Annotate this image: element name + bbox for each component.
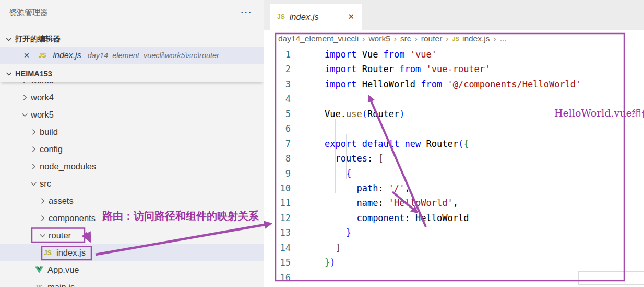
code-token: ,	[405, 183, 410, 193]
breadcrumb-item-work5[interactable]: work5	[368, 34, 390, 43]
code-line-8[interactable]: routes: [	[325, 151, 581, 166]
vscode-window: 资源管理器 ⋯ 打开的编辑器 ✕ JS index.js day14_eleme…	[0, 0, 644, 287]
code-token: Vue	[362, 49, 384, 60]
code-token: 'vue'	[410, 49, 437, 60]
breadcrumb-item--[interactable]: ...	[500, 34, 507, 43]
code-line-6[interactable]	[325, 121, 581, 136]
tree-item-label: router	[49, 231, 71, 240]
code-token: from	[384, 49, 410, 60]
tree-item-node-modules[interactable]: node_modules	[0, 158, 264, 175]
code-token: '/'	[389, 183, 405, 193]
code-token: )	[399, 109, 404, 119]
code-line-3[interactable]: import HelloWorld from '@/components/Hel…	[325, 77, 581, 91]
code-token	[325, 213, 356, 223]
close-icon[interactable]: ✕	[23, 51, 30, 60]
chevron-right-icon	[38, 197, 49, 205]
code-token: path	[356, 183, 378, 193]
tree-item-label: build	[40, 127, 58, 137]
code-token: Router	[367, 109, 399, 119]
tree-item-components[interactable]: components	[0, 210, 264, 227]
breadcrumb-item-src[interactable]: src	[400, 34, 411, 43]
code-line-14[interactable]: ]	[325, 240, 581, 255]
tree-item-main-js[interactable]: JSmain.js	[0, 279, 264, 287]
chevron-right-icon	[20, 93, 31, 102]
code-token: use	[346, 109, 362, 119]
line-number: 8	[264, 151, 291, 166]
tree-item-label: assets	[49, 196, 74, 206]
breadcrumb-item-index-js[interactable]: index.js	[462, 34, 490, 43]
tree-item-work4[interactable]: work4	[0, 89, 264, 106]
code-area[interactable]: import Vue from 'vue'import Router from …	[325, 47, 581, 285]
line-number: 13	[264, 225, 291, 240]
js-file-icon: JS	[452, 36, 459, 42]
code-token: ,	[453, 198, 458, 208]
code-line-4[interactable]	[325, 91, 581, 106]
breadcrumb-separator-icon: ›	[362, 34, 365, 43]
tree-item-label: node_modules	[40, 162, 96, 171]
line-number: 9	[264, 166, 291, 181]
code-token	[325, 153, 335, 164]
tree-item-config[interactable]: config	[0, 141, 264, 158]
chevron-down-icon	[29, 179, 40, 188]
tab-close-icon[interactable]: ✕	[348, 12, 354, 21]
code-line-2[interactable]: import Router from 'vue-router'	[325, 62, 581, 76]
open-editors-label: 打开的编辑器	[15, 34, 61, 44]
tab-indexjs[interactable]: JS index.js ✕	[270, 4, 362, 30]
code-line-12[interactable]: component: HelloWorld	[325, 211, 581, 225]
tree-item-assets[interactable]: assets	[0, 192, 264, 210]
line-number: 11	[264, 196, 291, 210]
code-token: (	[458, 139, 463, 149]
tree-item-src[interactable]: src	[0, 175, 264, 192]
open-editors-section-header[interactable]: 打开的编辑器	[0, 31, 264, 47]
tree-item-build[interactable]: build	[0, 123, 264, 141]
workspace-label: HEIMA153	[15, 70, 52, 78]
tree-item-label: components	[49, 213, 96, 223]
code-token: new	[405, 139, 426, 149]
code-line-9[interactable]: {	[325, 166, 581, 181]
code-indent-guide	[346, 134, 347, 179]
code-line-10[interactable]: path: '/',	[325, 181, 581, 196]
code-token	[325, 198, 356, 208]
code-line-11[interactable]: name: 'HelloWorld',	[325, 196, 581, 210]
code-line-16[interactable]	[325, 270, 581, 285]
code-token: ]	[335, 243, 340, 253]
workspace-section-header[interactable]: HEIMA153	[0, 65, 264, 82]
more-actions-icon[interactable]: ⋯	[240, 5, 252, 19]
code-token: 'vue-router'	[426, 64, 491, 74]
code-token: }	[346, 227, 351, 238]
line-number: 12	[264, 211, 291, 225]
code-token: name	[356, 198, 378, 208]
open-editor-item-indexjs[interactable]: ✕ JS index.js day14_element_vuecli\work5…	[0, 47, 264, 64]
code-token: routes	[335, 153, 367, 164]
code-token	[325, 183, 356, 193]
tree-item-router[interactable]: router	[0, 227, 264, 244]
breadcrumb: day14_element_vuecli›work5›src›router›JS…	[264, 30, 644, 47]
chevron-down-icon	[20, 110, 31, 119]
breadcrumb-item-day14-element-vuecli[interactable]: day14_element_vuecli	[278, 34, 359, 43]
line-number: 14	[264, 240, 291, 255]
chevron-down-icon	[5, 70, 13, 78]
js-file-icon: JS	[44, 249, 56, 257]
tree-item-index-js[interactable]: JSindex.js	[0, 244, 264, 261]
breadcrumb-item-router[interactable]: router	[421, 34, 443, 43]
editor-tab-bar: JS index.js ✕	[264, 0, 644, 30]
code-token: from	[421, 79, 447, 89]
code-token: )	[330, 257, 335, 268]
code-line-1[interactable]: import Vue from 'vue'	[325, 47, 581, 62]
chevron-right-icon	[29, 162, 40, 171]
code-line-13[interactable]: }	[325, 225, 581, 240]
chevron-down-icon	[5, 35, 13, 43]
tree-item-label: work4	[31, 93, 54, 102]
explorer-title-row: 资源管理器 ⋯	[0, 5, 264, 21]
code-token: :	[405, 213, 415, 223]
code-token: import	[325, 49, 362, 60]
tree-item-label: src	[40, 179, 51, 189]
tree-item-app-vue[interactable]: App.vue	[0, 261, 264, 279]
tree-item-label: config	[40, 144, 63, 154]
tree-item-work5[interactable]: work5	[0, 106, 264, 123]
code-line-7[interactable]: export default new Router({	[325, 136, 581, 151]
code-line-5[interactable]: Vue.use(Router)	[325, 107, 581, 121]
code-line-15[interactable]: })	[325, 255, 581, 270]
code-token: :	[378, 198, 388, 208]
code-indent-guide	[325, 104, 325, 208]
